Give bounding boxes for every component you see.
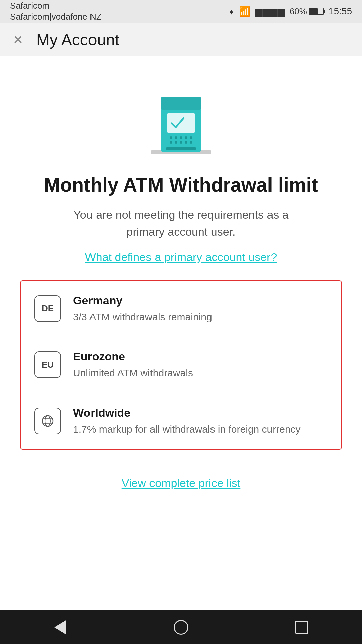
header: × My Account	[0, 23, 362, 56]
home-icon	[174, 620, 188, 635]
eurozone-name: Eurozone	[73, 350, 193, 363]
main-title: Monthly ATM Withdrawal limit	[44, 174, 318, 196]
view-price-list-link[interactable]: View complete price list	[20, 467, 342, 500]
svg-point-4	[170, 136, 172, 139]
svg-point-12	[185, 141, 187, 144]
worldwide-text: Worldwide 1.7% markup for all withdrawal…	[73, 406, 301, 437]
svg-point-8	[190, 136, 192, 139]
recent-apps-button[interactable]	[292, 617, 312, 637]
eurozone-text: Eurozone Unlimited ATM withdrawals	[73, 350, 193, 380]
close-button[interactable]: ×	[13, 32, 23, 48]
eurozone-row: EU Eurozone Unlimited ATM withdrawals	[21, 337, 341, 393]
svg-point-6	[180, 136, 182, 139]
eurozone-description: Unlimited ATM withdrawals	[73, 366, 193, 380]
worldwide-description: 1.7% markup for all withdrawals in forei…	[73, 422, 301, 437]
status-bar: Safaricom Safaricom|vodafone NZ ⬧ 📶 ▆▆▆▆…	[0, 0, 362, 23]
svg-point-5	[175, 136, 177, 139]
info-link[interactable]: What defines a primary account user?	[85, 251, 277, 264]
main-content: Monthly ATM Withdrawal limit You are not…	[0, 56, 362, 610]
carrier-sub: Safaricom|vodafone NZ	[10, 12, 102, 22]
page-title: My Account	[36, 31, 119, 49]
germany-name: Germany	[73, 294, 212, 307]
bottom-navigation	[0, 610, 362, 644]
svg-point-10	[175, 141, 177, 144]
worldwide-globe-icon	[34, 408, 61, 434]
withdrawal-regions-card: DE Germany 3/3 ATM withdrawals remaining…	[20, 280, 342, 450]
time-display: 15:55	[328, 6, 352, 17]
worldwide-row: Worldwide 1.7% markup for all withdrawal…	[21, 393, 341, 449]
svg-point-11	[180, 141, 182, 144]
germany-text: Germany 3/3 ATM withdrawals remaining	[73, 294, 212, 324]
carrier-info: Safaricom Safaricom|vodafone NZ	[10, 1, 102, 22]
worldwide-name: Worldwide	[73, 406, 301, 419]
home-button[interactable]	[171, 617, 191, 637]
battery-icon	[309, 8, 324, 15]
svg-point-13	[190, 141, 192, 144]
battery-percent: 60%	[290, 6, 307, 17]
germany-description: 3/3 ATM withdrawals remaining	[73, 310, 212, 324]
svg-point-9	[170, 141, 172, 144]
back-icon	[54, 620, 66, 635]
back-button[interactable]	[50, 617, 70, 637]
status-icons: ⬧ 📶 ▆▆▆▆ 60% 15:55	[229, 6, 352, 17]
carrier-name: Safaricom	[10, 1, 102, 11]
germany-flag-icon: DE	[34, 295, 61, 322]
germany-row: DE Germany 3/3 ATM withdrawals remaining	[21, 281, 341, 337]
page-subtitle: You are not meeting the requirements as …	[55, 206, 307, 240]
nfc-icon: ⬧	[229, 6, 234, 17]
atm-illustration	[147, 76, 215, 157]
signal-icon: ▆▆▆▆	[255, 6, 285, 17]
recent-apps-icon	[295, 621, 308, 634]
battery-indicator: 60%	[290, 6, 324, 17]
svg-rect-2	[161, 97, 201, 110]
svg-point-7	[185, 136, 187, 139]
wifi-icon: 📶	[239, 6, 251, 17]
eurozone-flag-icon: EU	[34, 351, 61, 378]
svg-rect-14	[166, 147, 196, 150]
